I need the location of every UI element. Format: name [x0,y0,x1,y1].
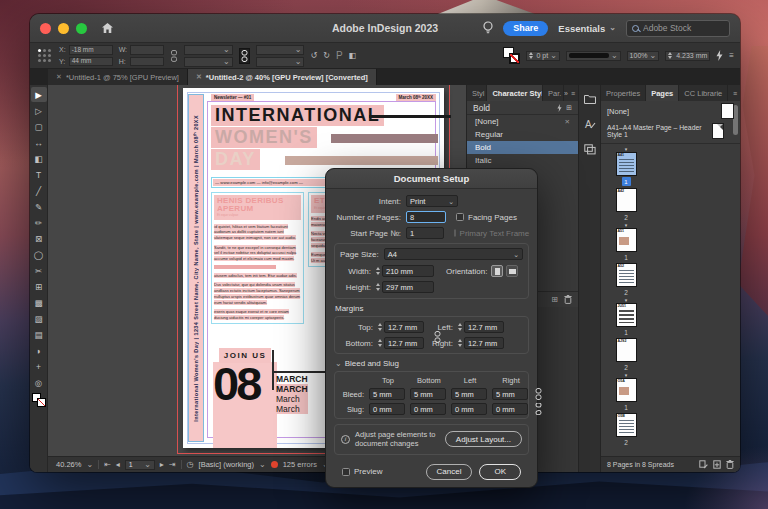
reference-point-proxy[interactable] [36,47,53,64]
cancel-button[interactable]: Cancel [426,464,473,480]
height-field[interactable]: 297 mm [382,281,434,293]
bleed-left-field[interactable]: 5 mm [451,388,487,400]
eyedropper-tool[interactable]: ◗ [31,343,47,358]
page-item-8[interactable]: O5B 2 [613,413,639,448]
ok-button[interactable]: OK [479,464,521,480]
scale-y-combo[interactable]: ⌄ [184,57,233,67]
stroke-swatch[interactable] [509,53,520,64]
rectangle-frame-tool[interactable]: ⊠ [31,231,47,246]
character-panel-icon[interactable]: A [582,116,598,132]
type-tool[interactable]: T [31,167,47,182]
chevron-down-icon[interactable]: ⌄ [259,461,266,469]
gradient-feather-tool[interactable]: ▨ [31,311,47,326]
bleed-right-field[interactable]: 5 mm [492,388,528,400]
margin-left-field[interactable]: 12.7 mm [464,321,504,333]
note-tool[interactable]: ▤ [31,327,47,342]
text-column-1[interactable]: HENIS DERIBUS APERUM Et eque vulpae id q… [211,192,304,324]
line-tool[interactable]: ╱ [31,183,47,198]
stepper-icon[interactable] [458,323,462,331]
number-of-pages-field[interactable]: 8 [406,211,446,223]
slug-left-field[interactable]: 0 mm [451,403,487,415]
march-stack[interactable]: MARCH MARCH March March [276,374,308,414]
style-row-none[interactable]: [None] ✕ [467,115,578,128]
rotate-ccw-icon[interactable]: ↺ [310,52,317,60]
zoom-level[interactable]: 40.26% [56,460,81,469]
minimize-window-button[interactable] [58,23,69,34]
gap-value-combo[interactable]: 4.233 mm [665,51,710,61]
stepper-icon[interactable] [458,339,462,347]
previous-page-button[interactable]: ◂ [116,461,120,469]
workspace-switcher[interactable]: Essentials ⌄ [558,23,616,34]
cc-libraries-folder-icon[interactable] [582,91,598,107]
slug-right-field[interactable]: 0 mm [492,403,528,415]
poster-header-row[interactable]: Newsletter — #01 March 08ᵗʰ 20XX [211,94,436,101]
quick-actions-lightning-icon[interactable] [716,50,723,61]
preflight-icon[interactable]: ◷ [187,461,194,469]
opacity-combo[interactable]: 100% ⌄ [627,51,660,61]
style-row-italic[interactable]: Italic [467,154,578,167]
page-item-2[interactable]: A42 2 [613,188,639,223]
adobe-stock-search-input[interactable]: Adobe Stock [626,20,730,37]
tab-pages[interactable]: Pages [646,85,679,101]
page-item-1[interactable]: ▾ A41 1 [613,147,639,188]
adjust-layout-button[interactable]: Adjust Layout... [445,431,522,447]
zoom-window-button[interactable] [76,23,87,34]
first-page-button[interactable]: ⇤ [104,461,111,469]
master-row-none[interactable]: [None] [601,101,740,121]
intent-dropdown[interactable]: Print ⌄ [406,195,458,207]
gradient-tool[interactable]: ▩ [31,295,47,310]
scissors-tool[interactable]: ✂ [31,263,47,278]
panel-menu-icon[interactable]: ≡ [733,90,737,97]
page-item-6[interactable]: AJS2 2 [613,338,639,373]
new-style-from-formatting-icon[interactable]: ⊞ [566,104,572,112]
learn-lightbulb-icon[interactable] [483,21,493,35]
poster-title-frame[interactable]: INTERNATIONAL WOMEN'S DAY [211,105,436,171]
clear-overrides-icon[interactable]: ✕ [565,118,570,126]
error-count[interactable]: 125 errors [283,460,317,469]
close-icon[interactable]: ✕ [56,73,62,81]
fill-stroke-swatches[interactable] [503,47,520,64]
margin-right-field[interactable]: 12.7 mm [464,337,504,349]
landscape-orientation-button[interactable] [506,265,518,277]
height-field[interactable] [130,57,164,67]
slug-bottom-field[interactable]: 0 mm [410,403,446,415]
flip-horizontal-icon[interactable]: ◧ [349,52,357,60]
stroke-style-combo[interactable]: ⌄ [566,51,621,61]
bleed-slug-header[interactable]: ⌄ Bleed and Slug [335,359,529,368]
zoom-tool[interactable]: ◎ [31,375,47,390]
link-margins-chain-icon[interactable] [434,331,441,343]
edit-page-size-icon[interactable] [699,460,708,469]
page-item-7[interactable]: ▾ O5A 1 [613,373,639,413]
y-position-field[interactable]: 44 mm [69,57,113,67]
preview-checkbox[interactable]: Preview [342,467,382,476]
panel-menu-icon[interactable]: ≡ [571,90,575,97]
width-field[interactable]: 210 mm [382,265,434,277]
page-item-4[interactable]: A52 2 [613,263,639,298]
pencil-tool[interactable]: ✏ [31,215,47,230]
shear-angle-combo[interactable]: ⌄ [256,57,305,67]
link-bleed-chain-icon[interactable] [533,388,543,400]
tab-paragraph-partial[interactable]: Par. [543,85,564,101]
primary-text-frame-checkbox[interactable]: Primary Text Frame [454,229,529,238]
last-page-button[interactable]: ⇥ [169,461,176,469]
create-new-page-icon[interactable] [713,460,721,469]
close-window-button[interactable] [40,23,51,34]
tab-styles-partial[interactable]: Styl [467,85,487,101]
page-size-dropdown[interactable]: A4 ⌄ [384,248,523,260]
next-page-button[interactable]: ▸ [160,461,164,469]
stroke-weight-combo[interactable]: 0 pt ⌄ [526,51,560,61]
hand-tool[interactable]: + [31,359,47,374]
direct-selection-tool[interactable]: ▷ [31,103,47,118]
chevron-down-icon[interactable]: ⌄ [86,461,93,469]
bleed-bottom-field[interactable]: 5 mm [410,388,446,400]
big-date-number[interactable]: 08 [213,360,259,407]
document-tab-untitled2[interactable]: ✕ *Untitled-2 @ 40% [GPU Preview] [Conve… [188,69,377,85]
margin-bottom-field[interactable]: 12.7 mm [384,337,424,349]
delete-style-trash-icon[interactable] [564,295,572,304]
vertical-sidebar-frame[interactable]: International Women's Day | 1234 Street … [188,94,204,442]
start-page-field[interactable]: 1 [406,227,444,239]
content-collector-tool[interactable]: ◧ [31,151,47,166]
layers-panel-icon[interactable] [582,141,598,157]
tab-character-styles[interactable]: Character Styles [487,85,543,101]
scale-x-combo[interactable]: ⌄ [184,45,233,55]
